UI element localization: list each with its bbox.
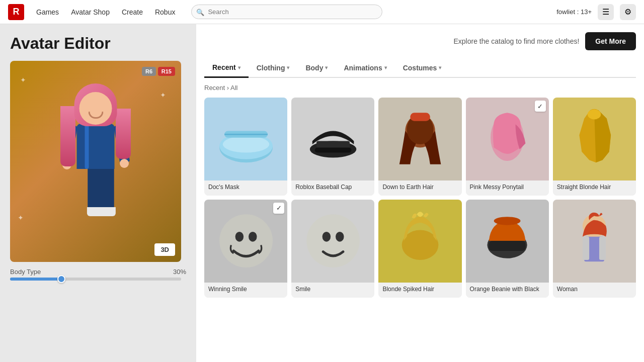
breadcrumb-recent[interactable]: Recent	[204, 84, 225, 92]
item-card-9[interactable]: Orange Beanie with Black	[466, 200, 549, 298]
tab-animations[interactable]: Animations ▾	[336, 58, 394, 77]
sparkle-1: ✦	[20, 76, 26, 84]
item-name-6: Winning Smile	[204, 283, 287, 298]
chevron-down-icon-3: ▾	[325, 65, 328, 70]
nav-robux[interactable]: Robux	[155, 8, 175, 16]
slider-track	[10, 278, 181, 281]
item-name-1: Doc's Mask	[204, 180, 287, 196]
chevron-down-icon-4: ▾	[384, 65, 387, 70]
item-image-3	[378, 98, 461, 180]
breadcrumb: Recent › All	[204, 84, 636, 92]
slider-fill	[10, 278, 61, 281]
item-card-6[interactable]: ✓Winning Smile	[204, 200, 287, 298]
tab-body[interactable]: Body ▾	[297, 58, 336, 77]
avatar-right-shoe	[97, 207, 116, 216]
body-type-section: Body Type 30%	[10, 268, 186, 276]
svg-point-13	[219, 215, 273, 268]
item-name-4: Pink Messy Ponytail	[466, 180, 549, 196]
get-more-button[interactable]: Get More	[585, 32, 636, 50]
svg-rect-25	[583, 237, 589, 260]
sparkle-2: ✦	[160, 91, 166, 99]
svg-rect-21	[489, 241, 526, 251]
body-type-pct: 30%	[173, 268, 186, 276]
jacket-stripe	[85, 124, 89, 169]
svg-point-18	[336, 232, 344, 242]
avatar-preview: ✦ ✦ ✦	[10, 61, 181, 262]
item-image-6: ✓	[204, 200, 287, 283]
item-image-9	[466, 200, 549, 283]
svg-point-14	[235, 232, 244, 242]
avatar-body-figure	[55, 81, 136, 242]
body-type-label: Body Type	[10, 268, 41, 276]
avatar-right-hand	[120, 159, 129, 168]
search-input[interactable]	[191, 5, 382, 19]
page-title: Avatar Editor	[10, 34, 186, 53]
item-name-8: Blonde Spiked Hair	[378, 283, 461, 298]
tab-recent[interactable]: Recent ▾	[204, 58, 249, 78]
item-name-10: Woman	[553, 283, 636, 298]
avatar-right-leg	[97, 168, 114, 209]
svg-point-19	[402, 230, 439, 260]
badge-r15[interactable]: R15	[158, 67, 175, 76]
avatar-figure-container: ✦ ✦ ✦	[10, 61, 181, 262]
avatar-hair-left	[60, 106, 75, 166]
tab-clothing[interactable]: Clothing ▾	[249, 58, 298, 77]
roblox-logo: R	[8, 4, 24, 20]
right-panel: Explore the catalog to find more clothes…	[196, 24, 644, 362]
nav-create[interactable]: Create	[122, 8, 143, 16]
sparkle-3: ✦	[18, 214, 24, 222]
user-label: fowliet : 13+	[556, 8, 592, 16]
nav-right: fowliet : 13+ ☰ ⚙	[556, 4, 636, 20]
item-card-10[interactable]: Woman	[553, 200, 636, 298]
catalog-banner: Explore the catalog to find more clothes…	[204, 32, 636, 50]
item-image-2	[291, 98, 374, 180]
top-nav: R Games Avatar Shop Create Robux 🔍 fowli…	[0, 0, 644, 24]
item-card-2[interactable]: Roblox Baseball Cap	[291, 98, 374, 196]
svg-point-2	[222, 136, 269, 152]
nav-games[interactable]: Games	[36, 8, 59, 16]
svg-point-16	[306, 215, 360, 268]
svg-rect-26	[599, 237, 606, 260]
item-card-3[interactable]: Down to Earth Hair	[378, 98, 461, 196]
item-image-1	[204, 98, 287, 180]
item-card-8[interactable]: Blonde Spiked Hair	[378, 200, 461, 298]
tab-costumes[interactable]: Costumes ▾	[395, 58, 450, 77]
tabs-container: Recent ▾ Clothing ▾ Body ▾ Animations ▾ …	[204, 58, 636, 78]
item-image-4: ✓	[466, 98, 549, 180]
inventory-icon-btn[interactable]: ☰	[598, 4, 614, 20]
item-card-7[interactable]: Smile	[291, 200, 374, 298]
svg-point-22	[494, 217, 521, 225]
svg-point-12	[588, 109, 601, 119]
avatar-torso	[77, 124, 115, 169]
item-name-5: Straight Blonde Hair	[553, 180, 636, 196]
badge-r6[interactable]: R6	[142, 67, 156, 76]
item-name-7: Smile	[291, 283, 374, 298]
item-card-1[interactable]: Doc's Mask	[204, 98, 287, 196]
body-type-slider-container	[10, 278, 186, 281]
nav-avatar-shop[interactable]: Avatar Shop	[71, 8, 110, 16]
svg-rect-7	[314, 147, 351, 152]
item-name-9: Orange Beanie with Black	[466, 283, 549, 298]
slider-thumb[interactable]	[57, 275, 65, 283]
search-icon: 🔍	[196, 8, 204, 16]
item-image-10	[553, 200, 636, 283]
settings-icon-btn[interactable]: ⚙	[620, 4, 636, 20]
item-card-5[interactable]: Straight Blonde Hair	[553, 98, 636, 196]
items-grid: Doc's Mask Roblox Baseball Cap Down to E…	[204, 98, 636, 306]
left-panel: Avatar Editor ✦ ✦ ✦	[0, 24, 196, 362]
item-name-3: Down to Earth Hair	[378, 180, 461, 196]
3d-button[interactable]: 3D	[154, 243, 175, 256]
item-name-2: Roblox Baseball Cap	[291, 180, 374, 196]
item-checkmark-4: ✓	[535, 101, 546, 112]
item-image-8	[378, 200, 461, 283]
item-image-5	[553, 98, 636, 180]
breadcrumb-all[interactable]: All	[230, 84, 237, 92]
item-card-4[interactable]: ✓Pink Messy Ponytail	[466, 98, 549, 196]
avatar-smile	[88, 112, 103, 119]
svg-point-17	[322, 232, 331, 242]
item-checkmark-6: ✓	[273, 203, 284, 214]
svg-rect-10	[410, 113, 430, 121]
avatar-head	[79, 92, 112, 125]
search-container: 🔍	[191, 5, 382, 19]
avatar-hair-right	[116, 109, 131, 159]
